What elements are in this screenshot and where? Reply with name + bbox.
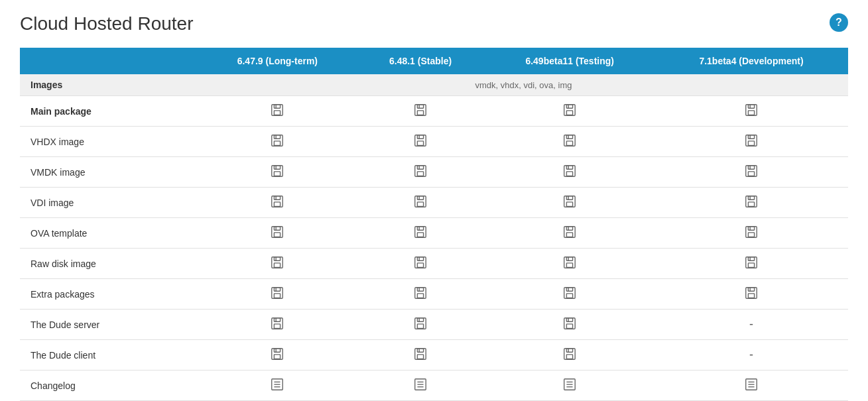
cell-development[interactable]	[654, 371, 848, 401]
floppy-icon[interactable]	[413, 164, 428, 178]
floppy-icon[interactable]	[744, 133, 759, 148]
floppy-icon[interactable]	[270, 286, 284, 300]
cell-longterm[interactable]	[199, 218, 356, 249]
svg-rect-2	[275, 111, 280, 115]
cell-longterm[interactable]	[199, 310, 356, 340]
cell-development[interactable]	[654, 96, 848, 127]
svg-rect-109	[748, 288, 754, 292]
svg-rect-106	[567, 294, 573, 298]
list-icon[interactable]	[413, 383, 428, 394]
floppy-icon[interactable]	[270, 347, 284, 361]
floppy-icon[interactable]	[270, 194, 284, 209]
col-development: 7.1beta4 (Development)	[654, 48, 848, 74]
floppy-icon[interactable]	[270, 255, 284, 270]
floppy-icon[interactable]	[413, 133, 428, 148]
cell-longterm[interactable]	[199, 96, 356, 127]
floppy-icon[interactable]	[413, 255, 428, 270]
floppy-icon[interactable]	[270, 103, 284, 117]
svg-rect-18	[275, 141, 280, 145]
list-icon[interactable]	[744, 383, 759, 394]
floppy-icon[interactable]	[744, 286, 759, 300]
svg-rect-82	[275, 263, 280, 267]
svg-rect-68	[415, 227, 426, 238]
cell-longterm[interactable]	[199, 249, 356, 279]
row-label: The Dude server	[20, 310, 199, 340]
floppy-icon[interactable]	[413, 225, 428, 239]
cell-longterm[interactable]	[199, 371, 356, 401]
svg-rect-126	[275, 355, 280, 359]
cell-stable[interactable]	[356, 279, 485, 310]
cell-stable[interactable]	[356, 96, 485, 127]
table-row: VMDK image	[20, 157, 848, 188]
cell-longterm[interactable]	[199, 340, 356, 371]
floppy-icon[interactable]	[562, 133, 577, 148]
cell-testing[interactable]	[485, 310, 654, 340]
floppy-icon[interactable]	[562, 255, 577, 270]
cell-stable[interactable]	[356, 157, 485, 188]
list-icon[interactable]	[562, 383, 577, 394]
cell-longterm[interactable]	[199, 279, 356, 310]
cell-testing[interactable]	[485, 96, 654, 127]
floppy-icon[interactable]	[413, 347, 428, 361]
help-button[interactable]: ?	[830, 13, 848, 32]
svg-rect-58	[567, 202, 573, 206]
cell-stable[interactable]	[356, 310, 485, 340]
cell-testing[interactable]	[485, 218, 654, 249]
floppy-icon[interactable]	[413, 286, 428, 300]
svg-rect-81	[275, 257, 280, 261]
cell-stable[interactable]	[356, 218, 485, 249]
floppy-icon[interactable]	[562, 286, 577, 300]
cell-longterm[interactable]	[199, 188, 356, 218]
cell-stable[interactable]	[356, 249, 485, 279]
cell-stable[interactable]	[356, 188, 485, 218]
cell-testing[interactable]	[485, 127, 654, 157]
cell-development[interactable]	[654, 127, 848, 157]
floppy-icon[interactable]	[744, 164, 759, 178]
row-label: Raw disk image	[20, 249, 199, 279]
svg-rect-74	[567, 233, 573, 237]
cell-testing[interactable]	[485, 279, 654, 310]
cell-testing[interactable]	[485, 157, 654, 188]
svg-rect-38	[417, 172, 423, 176]
svg-rect-20	[415, 135, 426, 146]
floppy-icon[interactable]	[270, 133, 284, 148]
floppy-icon[interactable]	[413, 316, 428, 331]
cell-stable[interactable]	[356, 371, 485, 401]
cell-development[interactable]	[654, 218, 848, 249]
floppy-icon[interactable]	[562, 194, 577, 209]
floppy-icon[interactable]	[562, 225, 577, 239]
svg-rect-78	[748, 233, 754, 237]
cell-testing[interactable]	[485, 340, 654, 371]
svg-rect-120	[564, 318, 576, 329]
cell-development[interactable]	[654, 249, 848, 279]
cell-development[interactable]	[654, 188, 848, 218]
cell-testing[interactable]	[485, 249, 654, 279]
svg-rect-105	[567, 288, 573, 292]
cell-development[interactable]	[654, 279, 848, 310]
floppy-icon[interactable]	[413, 194, 428, 209]
floppy-icon[interactable]	[562, 316, 577, 331]
svg-rect-32	[272, 166, 283, 177]
list-icon[interactable]	[270, 383, 284, 394]
floppy-icon[interactable]	[270, 164, 284, 178]
cell-stable[interactable]	[356, 127, 485, 157]
floppy-icon[interactable]	[413, 103, 428, 117]
floppy-icon[interactable]	[562, 103, 577, 117]
svg-rect-70	[417, 233, 423, 237]
cell-testing[interactable]	[485, 371, 654, 401]
floppy-icon[interactable]	[562, 164, 577, 178]
floppy-icon[interactable]	[270, 225, 284, 239]
floppy-icon[interactable]	[744, 255, 759, 270]
svg-rect-69	[417, 227, 423, 231]
floppy-icon[interactable]	[744, 103, 759, 117]
floppy-icon[interactable]	[562, 347, 577, 361]
floppy-icon[interactable]	[744, 194, 759, 209]
floppy-icon[interactable]	[744, 225, 759, 239]
cell-testing[interactable]	[485, 188, 654, 218]
floppy-icon[interactable]	[270, 316, 284, 331]
svg-rect-117	[417, 318, 423, 322]
cell-stable[interactable]	[356, 340, 485, 371]
cell-longterm[interactable]	[199, 127, 356, 157]
cell-development[interactable]	[654, 157, 848, 188]
cell-longterm[interactable]	[199, 157, 356, 188]
